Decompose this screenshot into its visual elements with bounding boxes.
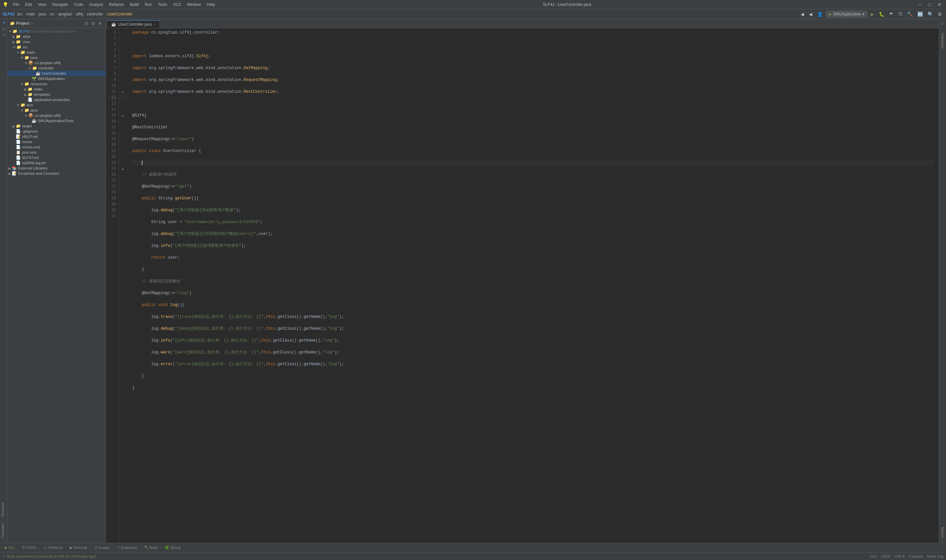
profiler-button[interactable]: ⏱	[897, 11, 904, 17]
maven-label[interactable]: Maven	[940, 525, 945, 541]
profile-button[interactable]: 👤	[816, 11, 824, 17]
profiler-tab[interactable]: ⏱ Profiler	[91, 545, 114, 551]
tree-static[interactable]: ▶ 📁 static	[7, 86, 106, 92]
tree-main[interactable]: ▼ 📁 main	[7, 50, 106, 55]
favorites-label[interactable]: Favorites	[0, 520, 5, 541]
dropdown-icon: ▾	[863, 12, 864, 17]
run-gutter-11[interactable]: ▶	[119, 89, 127, 95]
structure-panel-toggle[interactable]: S	[1, 27, 6, 32]
menu-run[interactable]: Run	[142, 2, 155, 8]
run-button[interactable]: ▶	[869, 11, 875, 17]
tree-appprops[interactable]: ▶ 📄 application.properties	[7, 97, 106, 102]
menu-help[interactable]: Help	[205, 2, 218, 8]
tree-resources[interactable]: ▼ 📁 resources	[7, 81, 106, 86]
structure-label[interactable]: Structure	[0, 500, 5, 520]
build-status[interactable]: ✓ Build completed successfully in 609 ms…	[3, 554, 96, 558]
endpoints-tab[interactable]: ⇡ Endpoints	[114, 544, 141, 551]
menu-navigate[interactable]: Navigate	[50, 2, 71, 8]
tree-test-java[interactable]: ▼ 📁 java	[7, 108, 106, 113]
menu-file[interactable]: File	[10, 2, 22, 8]
settings-button[interactable]: ⚙	[937, 11, 943, 17]
forward-button[interactable]: ◀	[808, 11, 814, 17]
run-gutter-15[interactable]: ▶	[119, 112, 127, 118]
breadcrumb-main[interactable]: main	[26, 12, 35, 17]
translate-button[interactable]: 🔤	[916, 11, 924, 17]
build-button[interactable]: 🔨	[906, 11, 914, 17]
run-config-selector[interactable]: ▶ Slf4JApplication ▾	[826, 11, 868, 17]
breadcrumb-qingtian[interactable]: qingtian	[58, 12, 72, 17]
menu-tools[interactable]: Tools	[155, 2, 170, 8]
run-tab[interactable]: ▶ Run	[1, 544, 18, 551]
minimize-button[interactable]: ─	[917, 1, 924, 8]
folder-icon: 📁	[20, 103, 25, 107]
coverage-button[interactable]: ☂	[888, 11, 895, 17]
menu-window[interactable]: Window	[184, 2, 204, 8]
tree-idea[interactable]: ▶ 📁 .idea	[7, 34, 106, 39]
code-content[interactable]: package cn.qingtian.slf4j.controller; im…	[127, 28, 939, 543]
tree-pomxml[interactable]: ▶ 📋 pom.xml	[7, 150, 106, 155]
encoding[interactable]: UTF-8	[894, 554, 904, 558]
tree-usercontroller[interactable]: ▶ ☕ UserController	[7, 71, 106, 76]
code-editor[interactable]: 12345 678910 1112131415 1617181920 21222…	[106, 28, 939, 543]
tree-java[interactable]: ▼ 📁 java	[7, 55, 106, 60]
debug-button[interactable]: 🐛	[878, 11, 886, 17]
tab-usercontroller[interactable]: ☕ UserController.java ×	[107, 20, 160, 28]
tree-package[interactable]: ▼ 📦 cn.qingtian.slf4j	[7, 60, 106, 66]
tree-root[interactable]: ▼ 📁 SLF4J D:\IdeaProjects\qingtian\SLF4J	[7, 29, 106, 34]
project-panel-toggle[interactable]: P	[1, 20, 6, 25]
breadcrumb-controller[interactable]: controller	[87, 12, 103, 17]
tree-logtxt[interactable]: ▶ 📄 sqlSlf4j-log.txt	[7, 160, 106, 166]
menu-build[interactable]: Build	[127, 2, 142, 8]
spring-tab[interactable]: 🌿 Spring	[161, 544, 184, 551]
todo-tab[interactable]: ☰ TODO	[18, 544, 40, 551]
tree-src[interactable]: ▼ 📁 src	[7, 45, 106, 50]
breadcrumb-cn[interactable]: cn	[50, 12, 54, 17]
event-log[interactable]: Event Log	[927, 554, 943, 558]
tree-test-file[interactable]: ▶ ☕ Slf4JApplicationTests	[7, 118, 106, 123]
run-gutter-24[interactable]: ▶	[119, 166, 127, 172]
menu-view[interactable]: View	[35, 2, 49, 8]
menu-refactor[interactable]: Refactor	[107, 2, 127, 8]
tree-mvnw[interactable]: ▶ 📄 mvnw	[7, 139, 106, 145]
maximize-button[interactable]: □	[926, 1, 933, 8]
tree-iml[interactable]: ▶ 📄 SLF4J.iml	[7, 155, 106, 160]
build-tab[interactable]: 🔨 Build	[141, 544, 162, 551]
project-close-button[interactable]: ✕	[97, 20, 103, 26]
tab-close-button[interactable]: ×	[154, 23, 155, 26]
back-button[interactable]: ◀	[799, 11, 806, 17]
collapse-all-button[interactable]: ⊟	[83, 20, 89, 26]
breadcrumb-usercontroller[interactable]: UserController	[107, 12, 132, 17]
cursor-position[interactable]: 12:1	[870, 554, 877, 558]
tree-gitignore[interactable]: ▶ 📄 .gitignore	[7, 129, 106, 134]
close-button[interactable]: ✕	[935, 1, 943, 8]
tree-target[interactable]: ▶ 📁 target	[7, 123, 106, 129]
line-numbers: 12345 678910 1112131415 1617181920 21222…	[106, 28, 119, 543]
breadcrumb-src[interactable]: src	[17, 12, 22, 17]
tree-templates[interactable]: ▶ 📁 templates	[7, 92, 106, 97]
tree-test[interactable]: ▼ 📁 test	[7, 102, 106, 108]
tab-file-icon: ☕	[111, 22, 116, 27]
terminal-tab[interactable]: ▶ Terminal	[66, 544, 91, 551]
menu-vcs[interactable]: VCS	[171, 2, 184, 8]
database-label[interactable]: Database	[940, 31, 945, 51]
tree-controller[interactable]: ▼ 📁 controller	[7, 66, 106, 71]
search-button[interactable]: 🔍	[926, 11, 934, 17]
menu-edit[interactable]: Edit	[22, 2, 35, 8]
tree-scratches[interactable]: ▶ 📝 Scratches and Consoles	[7, 171, 106, 176]
tree-test-package[interactable]: ▼ 📦 cn.qingtian.slf4j	[7, 113, 106, 118]
project-settings-button[interactable]: ⚙	[90, 20, 96, 26]
line-separator[interactable]: CRLF	[881, 554, 891, 558]
problems-tab[interactable]: ⚠ Problems	[40, 544, 67, 551]
tree-slf4japp[interactable]: ▶ 🌱 Slf4JApplication	[7, 76, 106, 81]
tree-external-libs[interactable]: ▶ 📚 External Libraries	[7, 166, 106, 171]
breadcrumb-slf4j[interactable]: slf4j	[76, 12, 83, 17]
indent-settings[interactable]: 4 spaces	[909, 554, 923, 558]
favorites-panel-toggle[interactable]: F	[1, 32, 6, 37]
breadcrumb-java[interactable]: java	[39, 12, 46, 17]
menu-analyze[interactable]: Analyze	[86, 2, 106, 8]
tree-mvnwcmd[interactable]: ▶ 📄 mvnw.cmd	[7, 145, 106, 150]
tree-helpmd[interactable]: ▶ 📝 HELP.md	[7, 134, 106, 139]
folder-icon: 📁	[16, 34, 21, 39]
tree-mvn[interactable]: ▶ 📁 .mvn	[7, 39, 106, 45]
menu-code[interactable]: Code	[71, 2, 86, 8]
